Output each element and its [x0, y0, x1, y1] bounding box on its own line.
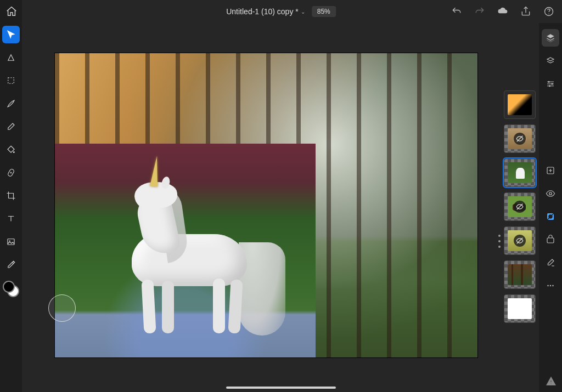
layer-thumb[interactable]: [504, 226, 536, 255]
svg-point-11: [549, 192, 552, 195]
foreground-color[interactable]: [3, 281, 15, 293]
unicorn-shape: [110, 182, 269, 325]
home-indicator: [226, 387, 336, 389]
svg-rect-2: [8, 78, 14, 84]
svg-point-1: [548, 14, 549, 14]
svg-point-7: [548, 81, 550, 83]
unicorn-layer[interactable]: [55, 144, 316, 357]
hidden-eye-icon: [514, 133, 526, 145]
canvas-area[interactable]: [22, 23, 539, 392]
hidden-eye-icon: [514, 201, 526, 213]
eraser-tool-icon[interactable]: [2, 118, 20, 135]
left-toolbar: [0, 0, 22, 392]
redo-icon[interactable]: [474, 6, 485, 17]
crop-tool-icon[interactable]: [2, 187, 20, 204]
svg-rect-5: [8, 239, 14, 245]
type-tool-icon[interactable]: [2, 210, 20, 228]
eye-icon[interactable]: [542, 185, 559, 202]
svg-point-19: [552, 285, 553, 286]
home-icon[interactable]: [5, 5, 18, 18]
move-tool-icon[interactable]: [2, 26, 20, 43]
mask-disabled-icon[interactable]: [542, 208, 559, 225]
panel-erase-icon[interactable]: [542, 254, 559, 271]
artboard[interactable]: [55, 53, 477, 357]
layers-icon[interactable]: [542, 29, 559, 47]
image-tool-icon[interactable]: [2, 233, 20, 251]
chevron-down-icon: ⌄: [301, 9, 305, 15]
top-bar: Untitled-1 (10) copy * ⌄ 85%: [0, 0, 562, 23]
color-swatch[interactable]: [3, 281, 19, 297]
layer-thumb[interactable]: [504, 158, 536, 187]
healing-tool-icon[interactable]: [2, 164, 20, 181]
document-title-text: Untitled-1 (10) copy *: [226, 7, 299, 16]
more-icon[interactable]: [542, 277, 559, 294]
svg-rect-24: [550, 383, 552, 384]
svg-rect-15: [547, 238, 554, 243]
zoom-level[interactable]: 85%: [312, 6, 336, 17]
svg-point-17: [547, 285, 548, 286]
layer-thumb[interactable]: [504, 260, 536, 289]
panel-grabber-icon[interactable]: [497, 233, 502, 249]
clip-icon[interactable]: [542, 231, 559, 248]
share-icon[interactable]: [520, 6, 531, 17]
selection-tool-icon[interactable]: [2, 72, 20, 89]
brush-cursor-icon: [48, 294, 76, 322]
svg-rect-23: [550, 380, 552, 382]
help-icon[interactable]: [543, 6, 554, 17]
document-title[interactable]: Untitled-1 (10) copy * ⌄: [226, 7, 305, 16]
svg-point-18: [550, 285, 551, 286]
sliders-icon[interactable]: [542, 75, 559, 93]
cloud-icon[interactable]: [497, 6, 508, 17]
hidden-eye-icon: [514, 235, 526, 247]
layer-thumb[interactable]: [504, 90, 536, 119]
layer-thumb[interactable]: [504, 294, 536, 323]
layer-stack-icon[interactable]: [542, 52, 559, 70]
fill-tool-icon[interactable]: [2, 141, 20, 158]
right-panel-strip: [539, 23, 562, 392]
layer-thumb[interactable]: [504, 124, 536, 153]
layer-thumb[interactable]: [504, 192, 536, 221]
warning-icon[interactable]: [546, 376, 557, 387]
layers-panel: [502, 90, 538, 323]
svg-point-9: [549, 85, 550, 87]
svg-point-3: [13, 151, 15, 153]
eyedropper-tool-icon[interactable]: [2, 256, 20, 274]
transform-tool-icon[interactable]: [2, 49, 20, 66]
add-layer-icon[interactable]: [542, 162, 559, 179]
undo-icon[interactable]: [451, 6, 462, 17]
svg-point-8: [552, 83, 553, 85]
brush-tool-icon[interactable]: [2, 95, 20, 112]
